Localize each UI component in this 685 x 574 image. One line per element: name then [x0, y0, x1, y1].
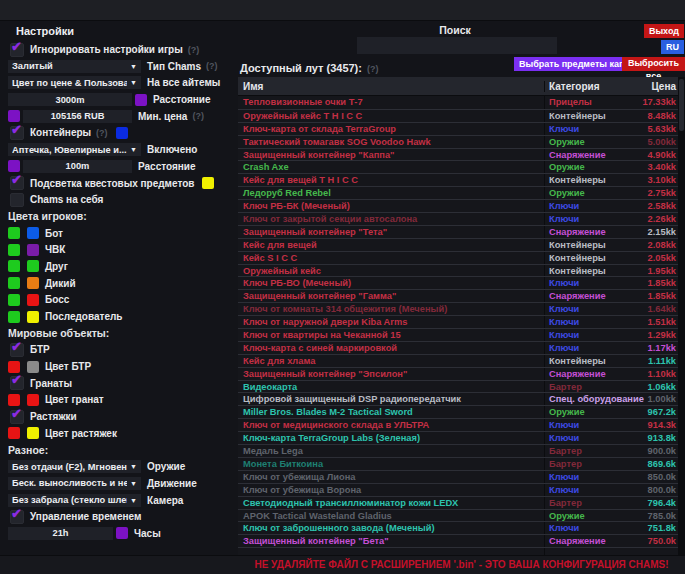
- color-scav-visible-swatch[interactable]: [8, 277, 20, 289]
- column-header-name[interactable]: Имя: [238, 81, 544, 92]
- table-row[interactable]: APOK Tactical Wasteland GladiusОружие785…: [238, 509, 678, 522]
- items-distance-input[interactable]: 3000m: [8, 93, 132, 106]
- checkbox[interactable]: ✔: [10, 176, 24, 190]
- color-friend-visible-swatch[interactable]: [8, 260, 20, 272]
- table-row[interactable]: Тепловизионные очки Т-7Прицелы17.33kk: [238, 96, 678, 109]
- color-follower-swatch[interactable]: [27, 311, 39, 323]
- camera-dropdown[interactable]: Без забрала (стекло шлема)▼: [8, 494, 141, 507]
- containers-distance-input-swatch[interactable]: [8, 160, 20, 172]
- color-pmc-visible-swatch[interactable]: [8, 244, 20, 256]
- chevron-down-icon: ▼: [130, 463, 137, 470]
- table-row[interactable]: Ключ от комнаты 314 общежития (Меченый)К…: [238, 302, 678, 315]
- table-row[interactable]: Ключ от наружной двери Kiba ArmsКлючи1.5…: [238, 315, 678, 328]
- item-price: 914.3k: [625, 419, 678, 431]
- checkbox[interactable]: ✔: [10, 126, 24, 140]
- table-row[interactable]: Тактический томагавк SOG Voodoo HawkОруж…: [238, 135, 678, 148]
- table-row[interactable]: Медаль LegaБартер900.0k: [238, 444, 678, 457]
- drop-all-button[interactable]: Выбросить все: [622, 57, 685, 71]
- checkbox[interactable]: ✔: [10, 410, 24, 424]
- table-row[interactable]: Ключ РБ-ВО (Меченый)Ключи1.85kk: [238, 276, 678, 289]
- item-category: Ключи: [544, 213, 625, 225]
- btr-color-visible-swatch[interactable]: [8, 361, 20, 373]
- color-scav-swatch[interactable]: [27, 277, 39, 289]
- table-row[interactable]: Цифровой защищенный DSP радиопередатчикС…: [238, 392, 678, 405]
- table-row[interactable]: Ключ от убежища ВоронаКлючи800.0k: [238, 483, 678, 496]
- min-price-input-swatch[interactable]: [8, 110, 20, 122]
- checkbox[interactable]: [10, 193, 24, 207]
- item-category: Снаряжение: [544, 226, 625, 238]
- table-row[interactable]: Ключ-карта TerraGroup Labs (Зеленая)Ключ…: [238, 431, 678, 444]
- table-row[interactable]: Кейс для вещейКонтейнеры2.08kk: [238, 238, 678, 251]
- table-scrollbar[interactable]: [678, 77, 685, 556]
- select-kappa-button[interactable]: Выбрать предметы каппа: [514, 57, 640, 71]
- tripwire-color-visible-swatch[interactable]: [8, 427, 20, 439]
- table-row[interactable]: Монета БиткоинаБартер869.6k: [238, 457, 678, 470]
- table-row[interactable]: Ключ от закрытой секции автосалонаКлючи2…: [238, 212, 678, 225]
- item-price: 800.0k: [625, 484, 678, 496]
- btr-color-swatch[interactable]: [27, 361, 39, 373]
- color-boss-swatch[interactable]: [27, 294, 39, 306]
- table-row[interactable]: Miller Bros. Blades M-2 Tactical SwordОр…: [238, 405, 678, 418]
- table-row[interactable]: Ключ-карта от склада TerraGroupКлючи5.63…: [238, 122, 678, 135]
- misc-header: Разное:: [8, 444, 234, 457]
- color-friend-swatch[interactable]: [27, 260, 39, 272]
- table-row[interactable]: Ледоруб Red RebelОружие2.75kk: [238, 186, 678, 199]
- containers-distance-input[interactable]: 100m: [23, 160, 132, 173]
- color-follower-visible-swatch[interactable]: [8, 311, 20, 323]
- table-row[interactable]: Защищенный контейнер "Эпсилон"Снаряжение…: [238, 367, 678, 380]
- color-pmc-swatch[interactable]: [27, 244, 39, 256]
- checkbox[interactable]: ✔: [10, 376, 24, 390]
- color-friend: Друг: [8, 260, 234, 273]
- containers-checkbox-swatch[interactable]: [116, 127, 128, 139]
- item-price: 750.0k: [625, 535, 678, 547]
- table-row[interactable]: Защищенный контейнер "Каппа"Снаряжение4.…: [238, 148, 678, 161]
- quest-items-checkbox-swatch[interactable]: [202, 177, 214, 189]
- exit-button[interactable]: Выход: [644, 24, 684, 38]
- table-row[interactable]: Crash AxeОружие3.40kk: [238, 160, 678, 173]
- language-button[interactable]: RU: [661, 40, 684, 54]
- table-row[interactable]: Защищенный контейнер "Тета"Снаряжение2.1…: [238, 225, 678, 238]
- table-row[interactable]: Ключ-карта с синей маркировкойКлючи1.17k…: [238, 341, 678, 354]
- hours-input[interactable]: 21h: [8, 527, 113, 540]
- item-category: Ключи: [544, 419, 625, 431]
- table-row[interactable]: Ключ от заброшенного завода (Меченый)Клю…: [238, 521, 678, 534]
- table-row[interactable]: Ключ от медицинского склада в УЛЬТРАКлюч…: [238, 418, 678, 431]
- weapon-dropdown[interactable]: Без отдачи (F2), Мгновенное п▼: [8, 460, 141, 473]
- table-row[interactable]: Ключ от квартиры на Чеканной 15Ключи1.29…: [238, 328, 678, 341]
- checkbox[interactable]: ✔: [10, 343, 24, 357]
- grenade-color-swatch[interactable]: [27, 394, 39, 406]
- checkbox[interactable]: ✔: [10, 510, 24, 524]
- table-row[interactable]: Ключ от убежища ЛионаКлючи850.0k: [238, 470, 678, 483]
- scrollbar-thumb[interactable]: [679, 79, 684, 131]
- table-row[interactable]: Кейс S I C CКонтейнеры2.05kk: [238, 251, 678, 264]
- table-row[interactable]: Защищенный контейнер "Бета"Снаряжение750…: [238, 534, 678, 547]
- min-price-input[interactable]: 105156 RUB: [23, 110, 132, 123]
- table-row[interactable]: Оружейный кейс T H I C CКонтейнеры8.48kk: [238, 109, 678, 122]
- item-category: Бартер: [544, 458, 625, 470]
- grenade-color-visible-swatch[interactable]: [8, 394, 20, 406]
- checkbox[interactable]: ✔: [10, 43, 24, 57]
- table-row[interactable]: Защищенный контейнер "Гамма"Снаряжение1.…: [238, 289, 678, 302]
- column-header-price[interactable]: Цена: [625, 81, 678, 92]
- color-boss-visible-swatch[interactable]: [8, 294, 20, 306]
- tripwire-color: Цвет растяжек: [8, 427, 234, 440]
- chevron-down-icon: ▼: [130, 480, 137, 487]
- chams-type-dropdown[interactable]: Залитый▼: [8, 60, 141, 73]
- table-row[interactable]: Кейс для вещей T H I C CКонтейнеры3.10kk: [238, 173, 678, 186]
- table-row[interactable]: ВидеокартаБартер1.06kk: [238, 380, 678, 393]
- hours-input-swatch[interactable]: [116, 527, 128, 539]
- movement-dropdown[interactable]: Беск. выносливость и нет уста▼: [8, 477, 141, 490]
- table-row[interactable]: Ключ РБ-БК (Меченый)Ключи2.58kk: [238, 199, 678, 212]
- table-row[interactable]: Кейс для хламаКонтейнеры1.11kk: [238, 354, 678, 367]
- table-row[interactable]: Оружейный кейсКонтейнеры1.95kk: [238, 264, 678, 277]
- search-input[interactable]: [357, 37, 557, 54]
- tripwire-color-swatch[interactable]: [27, 427, 39, 439]
- check-icon: ✔: [11, 506, 22, 521]
- containers-filter-dropdown[interactable]: Аптечка, Ювелирные и...▼: [8, 143, 141, 156]
- table-row[interactable]: Светодиодный трансиллюминатор кожи LEDXБ…: [238, 496, 678, 509]
- column-header-category[interactable]: Категория: [544, 81, 625, 92]
- items-distance-input-swatch[interactable]: [135, 94, 147, 106]
- color-bot-visible-swatch[interactable]: [8, 227, 20, 239]
- color-bot-swatch[interactable]: [27, 227, 39, 239]
- all-items-dropdown[interactable]: Цвет по цене & Пользователь▼: [8, 76, 141, 89]
